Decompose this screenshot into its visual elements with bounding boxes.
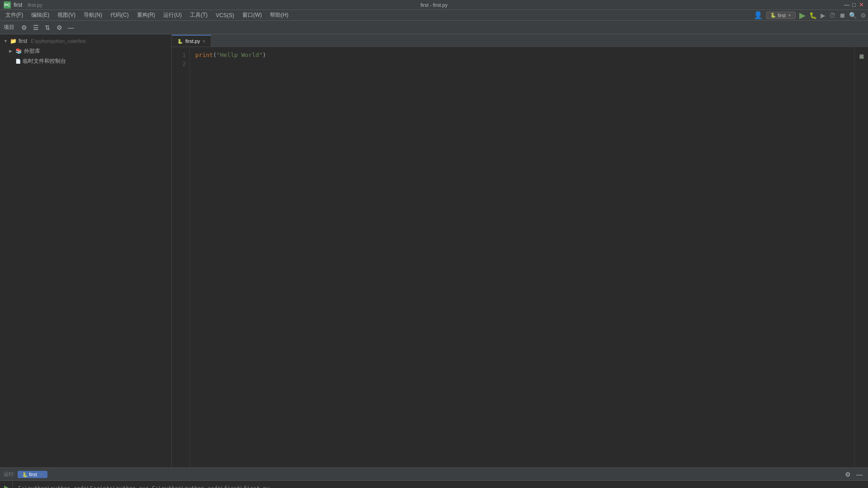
run-tab-close[interactable]: ×	[40, 472, 43, 477]
run-panel-header: 运行: 🐍 first × ⚙ —	[0, 468, 868, 481]
title-bar-right: — □ ✕	[844, 2, 864, 8]
tab-label: first.py	[185, 38, 200, 44]
tab-bar: 🐍 first.py ×	[172, 34, 868, 47]
toolbar: 项目 ⚙ ☰ ⇅ ⚙ —	[0, 21, 868, 34]
root-chevron: ▼	[4, 39, 8, 43]
run-label: 运行:	[4, 471, 15, 478]
code-line-1: print("Hellp World")	[195, 51, 849, 60]
run-config-icon: 🐍	[770, 13, 776, 18]
file-tree: ▼ 📁 first E:\python\python_code\first ▶ …	[0, 34, 171, 467]
line-num-1: 1	[172, 51, 186, 60]
code-string: "Hellp World"	[217, 52, 263, 58]
maximize-button[interactable]: □	[851, 2, 857, 8]
menu-tools[interactable]: 工具(T)	[186, 10, 211, 20]
line-num-2: 2	[172, 60, 186, 69]
coverage-button[interactable]: ▶	[821, 12, 826, 19]
run-tab-label: first	[29, 472, 37, 477]
toolbar-sort-icon[interactable]: ⇅	[42, 23, 52, 33]
debug-button[interactable]: 🐛	[809, 12, 817, 19]
toolbar-list-icon[interactable]: ☰	[31, 23, 41, 33]
run-panel-icons: ⚙ —	[843, 469, 864, 479]
settings-button[interactable]: ⚙	[860, 12, 866, 19]
temp-icon: 📄	[15, 59, 21, 64]
root-folder-path: E:\python\python_code\first	[31, 39, 85, 44]
code-paren-close: )	[263, 52, 266, 58]
editor-area: 🐍 first.py × 1 2 print("Hellp World") 阅读…	[172, 34, 868, 467]
ext-libs-icon: 📚	[15, 48, 22, 54]
toolbar-gear-icon[interactable]: ⚙	[54, 23, 64, 33]
menu-vcs[interactable]: VCS(S)	[212, 11, 238, 19]
run-config-chevron: ▼	[788, 13, 792, 18]
code-line-2	[195, 60, 849, 69]
menu-navigate[interactable]: 导航(N)	[80, 10, 106, 20]
minimize-button[interactable]: —	[844, 2, 850, 8]
title-file-name: first.py	[28, 2, 42, 8]
project-label: 项目	[4, 23, 14, 31]
toolbar-settings-icon[interactable]: ⚙	[19, 23, 29, 33]
title-bar-left: PC first first.py	[4, 1, 42, 9]
search-everywhere-button[interactable]: 🔍	[849, 12, 857, 19]
editor-tab-first-py[interactable]: 🐍 first.py ×	[172, 35, 211, 47]
menu-help[interactable]: 帮助(H)	[266, 10, 292, 20]
editor-content: 1 2 print("Hellp World") 阅读器模式 ✓	[172, 47, 868, 467]
menu-code[interactable]: 代码(C)	[107, 10, 132, 20]
tab-file-icon: 🐍	[177, 39, 183, 44]
main-layout: ▼ 📁 first E:\python\python_code\first ▶ …	[0, 34, 868, 467]
sidebar: ▼ 📁 first E:\python\python_code\first ▶ …	[0, 34, 172, 467]
close-button[interactable]: ✕	[858, 2, 864, 8]
title-center: first - first.py	[420, 2, 448, 8]
run-content: ▶ 🔄 ⏹ ☰ 🔽 📌 🗑 E:\python\python_code\Scri…	[0, 481, 868, 488]
run-sidebar: ▶ 🔄 ⏹ ☰ 🔽 📌 🗑	[0, 481, 13, 488]
run-panel-settings-icon[interactable]: ⚙	[843, 469, 853, 479]
menu-bar: 文件(F) 编辑(E) 视图(V) 导航(N) 代码(C) 重构(R) 运行(U…	[0, 10, 868, 21]
run-button[interactable]: ▶	[799, 10, 806, 20]
ext-libs-label: 外部库	[24, 47, 40, 55]
tree-temp-files[interactable]: 📄 临时文件和控制台	[0, 56, 171, 66]
run-cmd-line: E:\python\python_code\Scripts\python.exe…	[18, 484, 863, 488]
temp-label: 临时文件和控制台	[23, 57, 66, 65]
ext-libs-chevron: ▶	[9, 49, 14, 53]
root-folder-icon: 📁	[10, 38, 17, 44]
menu-file[interactable]: 文件(F)	[2, 10, 27, 20]
editor-right-panel: 阅读器模式 ✓	[854, 47, 868, 467]
title-project-name: first	[14, 2, 22, 8]
menu-view[interactable]: 视图(V)	[54, 10, 79, 20]
line-numbers: 1 2	[172, 47, 190, 467]
run-panel-tabs: 运行: 🐍 first ×	[4, 471, 47, 478]
toolbar-dash-icon[interactable]: —	[66, 23, 76, 33]
toolbar-left: 项目 ⚙ ☰ ⇅ ⚙ —	[4, 23, 76, 33]
root-folder-label: first	[19, 38, 27, 44]
bottom-panel: 运行: 🐍 first × ⚙ — ▶ 🔄 ⏹ ☰ 🔽 📌 🗑 E:\pytho…	[0, 467, 868, 488]
run-config-name: first	[778, 13, 786, 18]
profile-button[interactable]: ⏱	[829, 12, 835, 19]
tree-root-folder[interactable]: ▼ 📁 first E:\python\python_code\first	[0, 36, 171, 46]
run-tab-first[interactable]: 🐍 first ×	[18, 471, 47, 478]
menu-refactor[interactable]: 重构(R)	[133, 10, 159, 20]
title-bar: PC first first.py first - first.py — □ ✕	[0, 0, 868, 10]
menu-window[interactable]: 窗口(W)	[239, 10, 265, 20]
run-output: E:\python\python_code\Scripts\python.exe…	[13, 481, 868, 488]
editor-checkmark: ✓	[859, 54, 864, 61]
code-editor[interactable]: print("Hellp World")	[190, 47, 854, 467]
run-tab-icon: 🐍	[22, 472, 28, 477]
window-title: first - first.py	[420, 2, 448, 8]
run-play-button[interactable]: ▶	[2, 483, 11, 488]
stop-button[interactable]: ⏹	[839, 12, 845, 19]
app-icon: PC	[4, 1, 11, 9]
tree-external-libs[interactable]: ▶ 📚 外部库	[0, 46, 171, 56]
tab-close-button[interactable]: ×	[203, 39, 205, 44]
code-builtin-print: print	[195, 52, 213, 58]
account-icon[interactable]: 👤	[754, 11, 763, 19]
menu-run[interactable]: 运行(U)	[160, 10, 185, 20]
code-paren-open: (	[213, 52, 217, 58]
menu-edit[interactable]: 编辑(E)	[28, 10, 53, 20]
run-panel-minimize-icon[interactable]: —	[854, 469, 864, 479]
run-config-dropdown[interactable]: 🐍 first ▼	[766, 12, 796, 19]
